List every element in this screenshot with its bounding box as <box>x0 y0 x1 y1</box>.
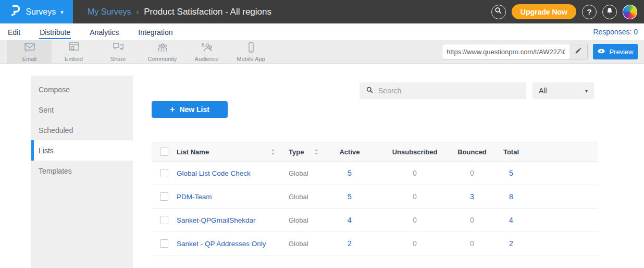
bounced-count[interactable]: 3 <box>454 192 490 201</box>
upgrade-now-button[interactable]: Upgrade Now <box>512 4 576 19</box>
active-count[interactable]: 5 <box>324 192 376 201</box>
questionpro-logo-icon <box>9 4 21 20</box>
table-row: Global List Code Check Global 5 0 0 5 <box>152 162 598 185</box>
total-count[interactable]: 5 <box>490 169 532 177</box>
list-name-link[interactable]: Sanket - QP Addresses Only <box>177 240 280 248</box>
ribbon-tab-embed[interactable]: Embed <box>52 40 96 63</box>
chevron-down-icon: ▾ <box>60 9 64 16</box>
table-header-row: List Name Type Active Unsubscribed Bounc… <box>152 142 598 162</box>
list-type: Global <box>280 216 324 224</box>
embed-icon <box>68 42 80 55</box>
active-count[interactable]: 5 <box>324 169 376 177</box>
avatar[interactable] <box>623 5 637 19</box>
list-filter-dropdown[interactable]: All ▾ <box>532 82 594 99</box>
mobile-app-icon <box>245 42 257 55</box>
question-mark-icon: ? <box>587 7 591 16</box>
filter-selected-value: All <box>539 87 585 95</box>
sidebar-item-compose[interactable]: Compose <box>31 79 133 100</box>
tab-edit[interactable]: Edit <box>7 25 21 39</box>
unsubscribed-count[interactable]: 0 <box>376 169 454 177</box>
select-all-checkbox[interactable] <box>160 148 168 156</box>
unsubscribed-count[interactable]: 0 <box>376 239 454 248</box>
search-button[interactable] <box>491 5 506 19</box>
header-type: Type <box>280 148 324 156</box>
edit-url-button[interactable] <box>569 44 587 59</box>
search-input-icon <box>366 86 374 96</box>
preview-button-label: Preview <box>609 48 633 56</box>
search-input[interactable] <box>378 87 526 95</box>
tab-analytics[interactable]: Analytics <box>89 25 119 39</box>
breadcrumb: My Surveys › Product Satisfaction - All … <box>88 7 271 17</box>
plus-icon: + <box>170 105 175 114</box>
unsubscribed-count[interactable]: 0 <box>376 192 454 201</box>
chevron-down-icon: ▾ <box>585 88 588 94</box>
distribute-toolbar: Email Embed Share Community <box>0 40 644 64</box>
community-icon <box>156 42 169 55</box>
bounced-count[interactable]: 0 <box>454 216 490 224</box>
surveys-menu-label: Surveys <box>26 7 56 17</box>
new-list-button-label: New List <box>179 105 209 114</box>
list-name-link[interactable]: Sanket-QPGmailShekdar <box>177 216 280 224</box>
bounced-count[interactable]: 0 <box>454 169 490 177</box>
bell-icon <box>605 7 614 17</box>
page-title: Product Satisfaction - All regions <box>144 7 271 17</box>
ribbon-tab-email[interactable]: Email <box>7 40 52 63</box>
survey-link-group: Preview <box>442 40 644 63</box>
tab-integration[interactable]: Integration <box>138 25 173 39</box>
header-checkbox-cell <box>152 148 177 156</box>
list-type: Global <box>280 193 324 201</box>
top-bar: Surveys ▾ My Surveys › Product Satisfact… <box>0 0 644 23</box>
list-search <box>360 82 526 99</box>
sort-icon[interactable] <box>314 149 318 155</box>
survey-nav: Edit Distribute Analytics Integration Re… <box>0 23 644 40</box>
sort-icon[interactable] <box>271 149 275 155</box>
table-row: Sanket-QPGmailShekdar Global 4 0 0 4 <box>152 209 598 232</box>
responses-count[interactable]: Responses: 0 <box>593 28 644 36</box>
pencil-icon <box>575 47 582 56</box>
new-list-button[interactable]: + New List <box>152 101 228 118</box>
lists-table: List Name Type Active Unsubscribed Bounc… <box>152 142 598 255</box>
help-button[interactable]: ? <box>582 5 597 19</box>
ribbon-tab-audience[interactable]: $ Audience <box>184 40 229 63</box>
preview-button[interactable]: Preview <box>593 44 638 59</box>
active-count[interactable]: 2 <box>324 239 376 248</box>
row-checkbox[interactable] <box>160 216 168 224</box>
surveys-menu[interactable]: Surveys ▾ <box>0 0 73 23</box>
survey-url-box <box>442 44 588 59</box>
sidebar-item-lists[interactable]: Lists <box>31 140 133 161</box>
ribbon-tab-mobile-app[interactable]: Mobile App <box>229 40 273 63</box>
ribbon-tab-label: Share <box>110 56 126 62</box>
total-count[interactable]: 4 <box>490 216 532 224</box>
tab-distribute[interactable]: Distribute <box>39 25 71 39</box>
list-type: Global <box>280 169 324 177</box>
header-active: Active <box>324 148 376 156</box>
top-bar-actions: Upgrade Now ? <box>491 4 644 19</box>
eye-icon <box>597 48 605 56</box>
sidebar-item-scheduled[interactable]: Scheduled <box>31 120 133 140</box>
survey-url-input[interactable] <box>442 44 569 59</box>
ribbon-tab-label: Embed <box>65 56 83 62</box>
unsubscribed-count[interactable]: 0 <box>376 216 454 224</box>
email-icon <box>23 42 36 55</box>
sidebar-item-templates[interactable]: Templates <box>31 161 133 181</box>
breadcrumb-separator: › <box>137 8 139 16</box>
ribbon-tab-community[interactable]: Community <box>140 40 184 63</box>
total-count[interactable]: 8 <box>490 192 532 201</box>
ribbon-tab-label: Community <box>148 56 177 62</box>
active-count[interactable]: 4 <box>324 216 376 224</box>
bounced-count[interactable]: 0 <box>454 239 490 248</box>
list-name-link[interactable]: PDM-Team <box>177 193 280 201</box>
row-checkbox[interactable] <box>160 192 168 201</box>
row-checkbox[interactable] <box>160 169 168 177</box>
header-total: Total <box>490 148 532 156</box>
row-checkbox[interactable] <box>160 239 168 248</box>
list-name-link[interactable]: Global List Code Check <box>177 169 280 177</box>
share-icon <box>112 42 125 55</box>
ribbon-tab-label: Mobile App <box>237 56 265 62</box>
notifications-button[interactable] <box>602 5 617 19</box>
total-count[interactable]: 2 <box>490 239 532 248</box>
ribbon-tab-share[interactable]: Share <box>96 40 140 63</box>
breadcrumb-my-surveys[interactable]: My Surveys <box>88 7 131 17</box>
sidebar-item-sent[interactable]: Sent <box>31 100 133 120</box>
ribbon-tab-label: Email <box>22 56 37 62</box>
